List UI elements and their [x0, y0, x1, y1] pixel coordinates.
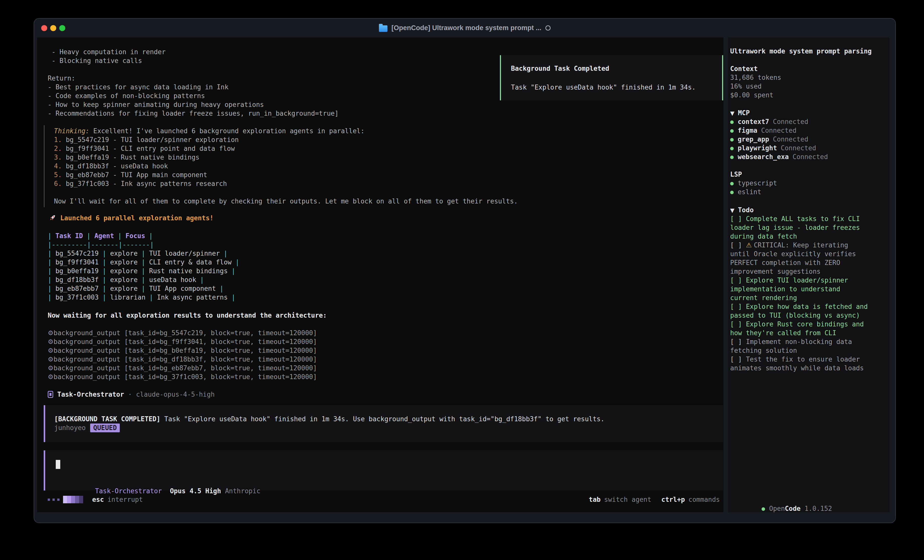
tool-calls: ⚙background_output [task_id=bg_5547c219,… — [48, 329, 317, 381]
table-pipe: | — [235, 258, 239, 266]
app-version: OpenCode 1.0.152 — [730, 496, 832, 522]
thinking-block: Thinking: Excellent! I've launched 6 bac… — [44, 125, 718, 207]
mcp-item: context7Connected — [730, 117, 828, 126]
tool-call-line: ⚙background_output [task_id=bg_5547c219,… — [48, 329, 317, 337]
gear-icon: ⚙ — [48, 355, 54, 363]
cell-task-id: bg_37f1c003 — [52, 293, 102, 301]
lsp-heading: LSP — [730, 170, 777, 179]
transcript-line: - Code examples of non-blocking patterns — [48, 91, 339, 100]
checkbox-icon: [ ] — [730, 338, 746, 346]
status-bar: esc interrupt tab switch agent ctrl+p co… — [37, 494, 723, 505]
mcp-section: ▼MCP context7ConnectedfigmaConnectedgrep… — [728, 109, 828, 161]
todo-item: [ ] Explore how data is fetched and pass… — [730, 302, 871, 320]
cell-focus: useData hook — [146, 276, 200, 283]
agent-description: bg_df18bb3f - useData hook — [66, 162, 168, 170]
table-pipe: | — [224, 250, 228, 257]
launch-banner: Launched 6 parallel exploration agents! — [48, 214, 213, 223]
table-pipe: | — [118, 232, 122, 240]
table-pipe: | — [149, 232, 153, 240]
table-row: |bg_37f1c003|librarian|Ink async pattern… — [48, 293, 239, 302]
event-user: junhoyeo — [54, 424, 86, 431]
separator-dot: · — [128, 390, 132, 399]
wait-text: Now I'll wait for all of them to complet… — [54, 197, 718, 206]
session-title: Ultrawork mode system prompt parsing — [730, 47, 872, 56]
table-pipe: | — [141, 285, 146, 292]
checkbox-icon: [ ] — [730, 320, 746, 328]
screen: [OpenCode] Ultrawork mode system prompt … — [0, 0, 924, 560]
event-message: [BACKGROUND TASK COMPLETED] Task "Explor… — [54, 415, 723, 424]
table-pipe: | — [141, 276, 146, 283]
todo-heading-row[interactable]: ▼Todo — [730, 206, 871, 214]
mcp-item: playwrightConnected — [730, 144, 828, 153]
esc-key-hint[interactable]: esc — [92, 495, 104, 504]
table-pipe: | — [48, 258, 52, 266]
mcp-server-name: figma — [738, 127, 757, 134]
app-name-dim: Open — [769, 505, 785, 512]
table-row: |bg_df18bb3f|explore|useData hook| — [48, 276, 239, 284]
cell-agent: explore — [106, 258, 142, 266]
agent-description: bg_eb87ebb7 - TUI App main component — [66, 171, 207, 179]
input-model-name[interactable]: Opus 4.5 High — [170, 487, 221, 495]
table-row: |bg_eb87ebb7|explore|TUI App component| — [48, 284, 239, 293]
status-bar-right: tab switch agent ctrl+p commands — [589, 495, 720, 504]
tool-output-text: - Heavy computation in render - Blocking… — [48, 48, 339, 118]
todo-section: ▼Todo [ ] Complete ALL tasks to fix CLI … — [730, 206, 871, 373]
todo-item: [ ] Implement non-blocking data fetching… — [730, 337, 871, 355]
cell-focus: Ink async patterns — [153, 293, 231, 301]
chevron-down-icon[interactable]: ▼ — [730, 207, 734, 214]
mcp-item: websearch_exaConnected — [730, 153, 828, 161]
lsp-item: eslint — [730, 188, 777, 196]
transcript-line: - Blocking native calls — [48, 57, 339, 65]
waiting-line: Now waiting for all exploration results … — [48, 311, 327, 320]
ctrlp-key-hint[interactable]: ctrl+p — [662, 495, 685, 504]
chevron-down-icon[interactable]: ▼ — [730, 110, 734, 117]
checkbox-icon: [ ] — [730, 277, 746, 284]
table-pipe: | — [231, 267, 236, 275]
rocket-icon — [48, 214, 57, 223]
mcp-item: figmaConnected — [730, 126, 828, 135]
context-heading: Context — [730, 64, 782, 73]
cell-focus: TUI App component — [146, 285, 220, 292]
cell-task-id: bg_df18bb3f — [52, 276, 102, 283]
notification-body: Task "Explore useData hook" finished in … — [511, 83, 722, 92]
mcp-server-name: grep_app — [738, 135, 769, 143]
mcp-server-name: playwright — [738, 144, 777, 152]
event-meta: junhoyeoQUEUED — [54, 424, 723, 432]
tab-key-hint[interactable]: tab — [589, 495, 601, 504]
titlebar: [OpenCode] Ultrawork mode system prompt … — [34, 19, 896, 37]
orchestrator-model: claude-opus-4-5-high — [136, 390, 214, 399]
status-dot-icon — [730, 191, 734, 194]
agent-description: bg_f9ff3041 - CLI entry point and data f… — [66, 145, 235, 152]
table-pipe: | — [48, 293, 52, 301]
tool-call-text: background_output [task_id=bg_b0effa19, … — [54, 347, 317, 354]
table-pipe: | — [141, 250, 146, 257]
agent-list-item: 2. bg_f9ff3041 - CLI entry point and dat… — [54, 144, 718, 153]
mcp-item: grep_appConnected — [730, 135, 828, 144]
checkbox-icon: [ ] — [730, 355, 746, 363]
window-title: [OpenCode] Ultrawork mode system prompt … — [392, 24, 542, 32]
background-task-event: [BACKGROUND TASK COMPLETED] Task "Explor… — [44, 405, 723, 442]
transcript-line — [48, 65, 339, 74]
todo-item: [ ] Complete ALL tasks to fix CLI loader… — [730, 214, 871, 241]
event-prefix: [BACKGROUND TASK COMPLETED] — [54, 415, 160, 423]
mcp-server-name: websearch_exa — [738, 153, 789, 160]
col-focus: Focus — [122, 232, 149, 240]
lsp-server-name: typescript — [738, 180, 777, 187]
record-circle-icon — [545, 25, 550, 31]
agent-number: 3. — [54, 154, 66, 161]
prompt-input[interactable]: Task-OrchestratorOpus 4.5 HighAnthropic — [44, 450, 723, 491]
transcript-line: - Heavy computation in render — [48, 48, 339, 57]
notification-title: Background Task Completed — [511, 64, 722, 73]
tab-key-label: switch agent — [604, 495, 651, 504]
status-dot-icon — [730, 129, 734, 133]
input-agent-name[interactable]: Task-Orchestrator — [95, 487, 162, 495]
status-dot-icon — [730, 138, 734, 142]
window-title-group: [OpenCode] Ultrawork mode system prompt … — [34, 19, 896, 37]
todo-heading: Todo — [738, 206, 754, 214]
table-pipe: | — [220, 285, 224, 292]
mcp-heading-row[interactable]: ▼MCP — [730, 109, 828, 117]
todo-text: Explore Rust core bindings and how they'… — [730, 320, 868, 337]
cell-agent: explore — [106, 250, 142, 257]
mcp-server-name: context7 — [738, 118, 769, 126]
notification-toast[interactable]: Background Task Completed Task "Explore … — [500, 55, 723, 100]
